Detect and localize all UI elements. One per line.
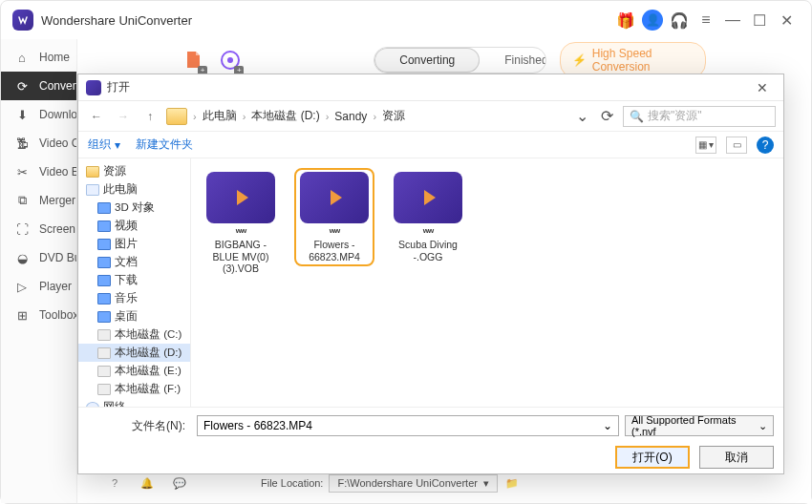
nav-icon: ⌂ (14, 50, 30, 65)
sidebar-item[interactable]: ⧉Merger (1, 186, 76, 215)
tree-label: 下载 (115, 273, 138, 287)
file-location-label: File Location: (261, 477, 323, 489)
sidebar-item[interactable]: ⟳Converter (1, 72, 76, 100)
tree-item[interactable]: 桌面 (78, 307, 190, 326)
cancel-button[interactable]: 取消 (699, 446, 774, 469)
breadcrumb[interactable]: Sandy (334, 110, 367, 123)
nav-label: DVD Burner (39, 251, 76, 264)
tree-item[interactable]: 本地磁盘 (D:) (78, 344, 190, 362)
nav-label: Video Compressor (39, 136, 76, 150)
folder-icon (166, 108, 187, 125)
refresh-button[interactable]: ⟳ (596, 107, 617, 125)
file-type-filter[interactable]: All Supported Formats (*.nvf ⌄ (625, 415, 774, 436)
tree-item[interactable]: 此电脑 (78, 180, 190, 199)
nav-label: Merger (39, 194, 75, 207)
new-folder-button[interactable]: 新建文件夹 (136, 136, 193, 153)
chevron-down-icon: ▾ (483, 477, 489, 490)
filename-input[interactable]: Flowers - 66823.MP4 ⌄ (197, 415, 619, 436)
maximize-button[interactable]: ☐ (746, 7, 773, 33)
search-placeholder: 搜索"资源" (648, 108, 702, 124)
support-icon[interactable]: 🎧 (666, 7, 693, 33)
help-icon[interactable]: ? (106, 474, 123, 492)
tree-icon (97, 293, 111, 304)
tree-item[interactable]: 本地磁盘 (C:) (78, 326, 190, 344)
tree-label: 3D 对象 (115, 200, 155, 215)
tree-item[interactable]: 音乐 (78, 289, 190, 307)
organize-menu[interactable]: 组织▾ (88, 136, 120, 153)
sidebar-item[interactable]: ⌂Home (1, 43, 76, 72)
nav-forward-button[interactable]: → (113, 106, 134, 127)
breadcrumb[interactable]: 本地磁盘 (D:) (251, 108, 319, 124)
nav-icon: 🗜 (14, 136, 30, 151)
tree-item[interactable]: 资源 (78, 162, 190, 180)
nav-icon: ▷ (14, 279, 30, 294)
preview-pane-button[interactable]: ▭ (726, 136, 747, 154)
file-item[interactable]: wwScuba Diving -.OGG (388, 168, 468, 266)
tree-label: 视频 (115, 219, 138, 233)
breadcrumb-sep: › (193, 111, 197, 122)
nav-label: Toolbox (39, 308, 76, 322)
help-button[interactable]: ? (757, 136, 774, 154)
file-thumbnail (206, 172, 275, 223)
breadcrumb-dropdown[interactable]: ⌄ (573, 107, 590, 125)
tree-item[interactable]: 网络 (78, 398, 190, 407)
open-button[interactable]: 打开(O) (615, 446, 690, 469)
view-mode-button[interactable]: ▦ ▾ (695, 136, 716, 154)
sidebar-item[interactable]: ◒DVD Burner (1, 243, 76, 272)
dialog-app-icon (86, 80, 101, 95)
tree-item[interactable]: 下载 (78, 271, 190, 289)
dialog-nav: ← → ↑ › 此电脑 › 本地磁盘 (D:) › Sandy › 资源 ⌄ ⟳… (78, 101, 783, 132)
tab-finished[interactable]: Finished (480, 48, 546, 73)
nav-icon: ◒ (14, 250, 30, 265)
gift-icon[interactable]: 🎁 (612, 7, 639, 33)
dialog-title: 打开 (107, 79, 130, 95)
minimize-button[interactable]: — (719, 7, 746, 33)
tree-icon (97, 366, 111, 377)
tree-label: 网络 (103, 400, 126, 407)
tab-converting[interactable]: Converting (374, 48, 480, 73)
add-file-button[interactable]: + (182, 47, 205, 74)
file-item[interactable]: wwBIGBANG - BLUE MV(0)(3).VOB (201, 168, 281, 279)
nav-label: Home (39, 51, 70, 64)
tree-label: 资源 (103, 164, 126, 178)
tree-icon (97, 311, 111, 323)
file-item[interactable]: wwFlowers - 66823.MP4 (294, 168, 374, 266)
sidebar-item[interactable]: ✂Video Editor (1, 158, 76, 186)
close-button[interactable]: ✕ (773, 7, 800, 33)
sidebar-item[interactable]: ▷Player (1, 272, 76, 301)
search-input[interactable]: 🔍 搜索"资源" (623, 106, 776, 127)
dialog-close-button[interactable]: ✕ (749, 80, 776, 95)
open-file-dialog: 打开 ✕ ← → ↑ › 此电脑 › 本地磁盘 (D:) › Sandy › 资… (77, 74, 784, 474)
add-dvd-button[interactable]: + (219, 47, 242, 74)
sidebar-item[interactable]: ⬇Downloader (1, 100, 76, 129)
file-name: BIGBANG - BLUE MV(0)(3).VOB (204, 239, 277, 275)
nav-up-button[interactable]: ↑ (139, 106, 160, 127)
filename-label: 文件名(N): (88, 418, 191, 434)
high-speed-label: High Speed Conversion (592, 47, 694, 74)
tree-item[interactable]: 文档 (78, 253, 190, 271)
nav-label: Downloader (39, 108, 76, 121)
nav-icon: ⧉ (14, 193, 30, 208)
sidebar-item[interactable]: ⛶Screen Recorder (1, 215, 76, 243)
file-location-select[interactable]: F:\Wondershare UniConverter ▾ (329, 474, 498, 493)
user-avatar[interactable]: 👤 (639, 7, 666, 33)
sidebar-item[interactable]: ⊞Toolbox (1, 301, 76, 329)
feedback-icon[interactable]: 💬 (171, 474, 188, 492)
tree-icon (97, 239, 111, 250)
tree-item[interactable]: 视频 (78, 217, 190, 235)
tree-item[interactable]: 图片 (78, 235, 190, 253)
bell-icon[interactable]: 🔔 (139, 474, 156, 492)
file-thumbnail (394, 172, 462, 223)
sidebar-item[interactable]: 🗜Video Compressor (1, 129, 76, 158)
breadcrumb[interactable]: 资源 (382, 108, 405, 124)
tree-icon (97, 202, 111, 214)
menu-icon[interactable]: ≡ (693, 7, 719, 33)
tree-item[interactable]: 3D 对象 (78, 199, 190, 217)
tree-item[interactable]: 本地磁盘 (F:) (78, 380, 190, 398)
tree-label: 音乐 (115, 291, 138, 305)
svg-point-1 (227, 57, 233, 63)
breadcrumb[interactable]: 此电脑 (203, 108, 237, 124)
open-folder-icon[interactable]: 📁 (503, 474, 521, 492)
nav-back-button[interactable]: ← (86, 106, 107, 127)
tree-item[interactable]: 本地磁盘 (E:) (78, 362, 190, 380)
